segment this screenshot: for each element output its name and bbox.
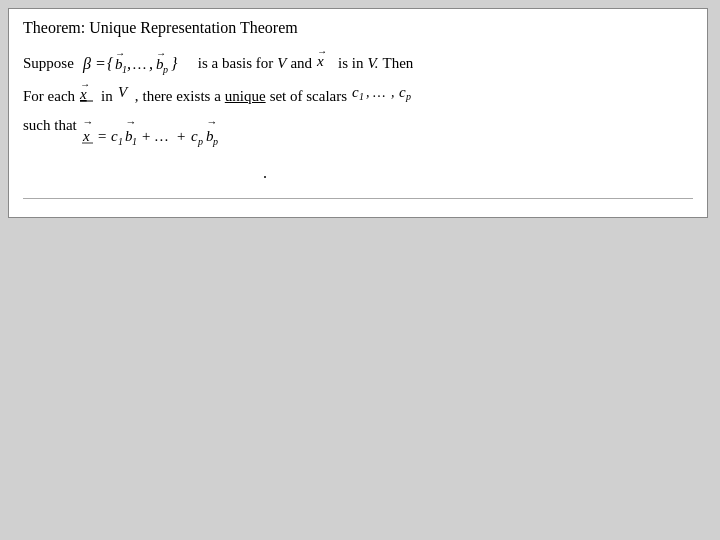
- svg-text:,: ,: [366, 85, 370, 100]
- svg-text:1: 1: [359, 91, 364, 102]
- vec-x-suppose: x →: [316, 47, 334, 78]
- foreach-set: set of scalars: [270, 84, 347, 108]
- foreach-label: For each: [23, 84, 75, 108]
- foreach-unique: unique: [225, 84, 266, 108]
- svg-text:,: ,: [149, 55, 153, 72]
- svg-text:=: =: [97, 128, 107, 144]
- svg-text:…: …: [133, 56, 146, 72]
- vec-x-foreach: x →: [79, 80, 97, 111]
- svg-text:+: +: [176, 128, 186, 144]
- foreach-there-exists: there exists a: [142, 84, 220, 108]
- svg-text:1: 1: [132, 136, 137, 147]
- svg-text:c: c: [111, 128, 118, 144]
- period-line: .: [263, 160, 693, 186]
- theorem-box: Theorem: Unique Representation Theorem S…: [8, 8, 708, 218]
- theorem-title-text: Theorem: Unique Representation Theorem: [23, 19, 298, 36]
- svg-text:c: c: [352, 84, 359, 100]
- svg-text:p: p: [162, 64, 168, 75]
- foreach-line: For each x → in V , there exists a uniqu…: [23, 80, 693, 111]
- svg-text:{: {: [107, 55, 114, 72]
- svg-text:1: 1: [118, 136, 123, 147]
- suppose-and: and: [290, 51, 312, 75]
- svg-text:→: →: [317, 47, 327, 57]
- suppose-x-text: is in: [338, 51, 363, 75]
- separator: [23, 198, 693, 199]
- svg-text:c: c: [191, 128, 198, 144]
- svg-text:→: →: [82, 116, 93, 128]
- svg-text:V: V: [118, 84, 129, 100]
- foreach-V: V: [117, 82, 131, 109]
- beta-formula: β = { b 1 → , … , b p →: [81, 49, 191, 77]
- scalars-formula: c 1 , … , c p: [351, 80, 431, 111]
- suppose-line: Suppose β = { b 1 → , …: [23, 47, 693, 78]
- foreach-in: in: [101, 84, 113, 108]
- equation-formula: x → = c 1 b 1 → + … +: [81, 113, 301, 160]
- suchthat-label: such that: [23, 113, 77, 137]
- svg-text:…: …: [373, 85, 385, 100]
- svg-text:p: p: [405, 91, 411, 102]
- theorem-title: Theorem: Unique Representation Theorem: [23, 19, 693, 37]
- period: .: [263, 164, 267, 181]
- svg-text:=: =: [95, 55, 106, 72]
- suppose-basis-text: is a basis for: [198, 51, 273, 75]
- svg-text:β: β: [82, 55, 91, 73]
- svg-text:…: …: [155, 128, 168, 144]
- svg-text:→: →: [80, 80, 90, 90]
- svg-text:,: ,: [127, 55, 131, 72]
- svg-text:c: c: [399, 84, 406, 100]
- svg-text:→: →: [125, 116, 136, 128]
- svg-text:+: +: [141, 128, 151, 144]
- svg-text:}: }: [171, 55, 178, 72]
- svg-text:p: p: [212, 136, 218, 147]
- svg-text:→: →: [206, 116, 217, 128]
- suchthat-line: such that x → = c 1 b 1 →: [23, 113, 693, 160]
- suppose-label: Suppose: [23, 51, 74, 75]
- svg-text:→: →: [156, 49, 166, 59]
- svg-text:p: p: [197, 136, 203, 147]
- suppose-V2: V.: [368, 51, 379, 75]
- svg-text:,: ,: [391, 85, 395, 100]
- svg-text:→: →: [115, 49, 125, 59]
- svg-text:x: x: [82, 128, 90, 144]
- foreach-comma: ,: [135, 84, 139, 108]
- suppose-then: Then: [383, 51, 414, 75]
- content-block: Suppose β = { b 1 → , …: [23, 47, 693, 186]
- suppose-V: V: [277, 51, 286, 75]
